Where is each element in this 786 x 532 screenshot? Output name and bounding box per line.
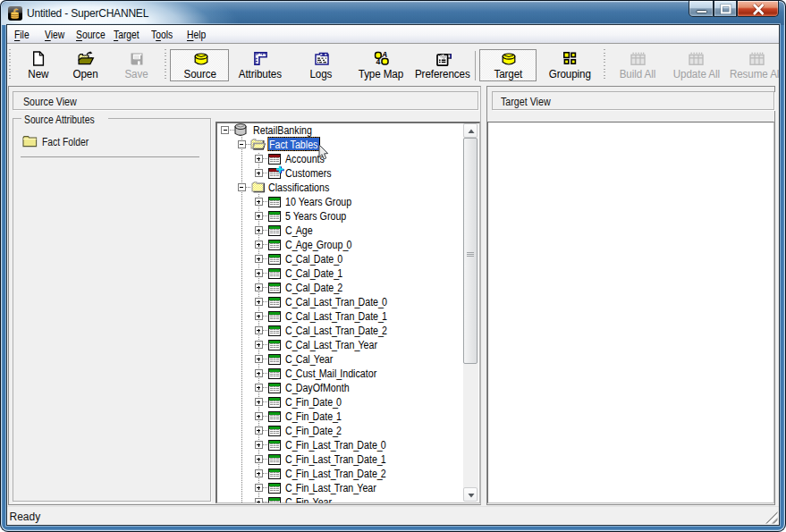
svg-text:A: A	[381, 51, 387, 59]
svg-text:4: 4	[376, 57, 381, 65]
